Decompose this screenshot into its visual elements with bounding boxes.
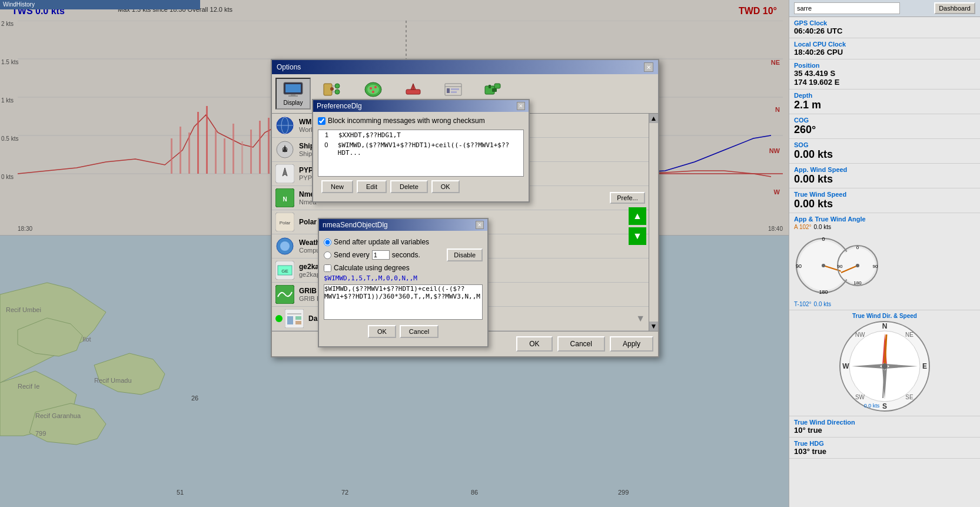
svg-rect-93 bbox=[451, 91, 457, 93]
nmea-title: nmeaSendObjectDlg bbox=[323, 221, 388, 229]
svg-point-44 bbox=[822, 264, 825, 267]
dashboard-enabled-dot bbox=[275, 315, 283, 322]
svg-point-84 bbox=[374, 86, 377, 88]
svg-rect-120 bbox=[295, 321, 301, 324]
true-hdg-section: True HDG 103° true bbox=[789, 438, 980, 459]
pyp-icon bbox=[275, 164, 294, 183]
true-angle-value: T-102° bbox=[794, 301, 812, 307]
reorder-arrows: ▲ ▼ bbox=[629, 207, 646, 245]
weather-icon bbox=[275, 237, 294, 256]
svg-text:0: 0 bbox=[822, 236, 825, 242]
pref-body: Block incomming messages with wrong chec… bbox=[313, 112, 529, 201]
plugins-icon bbox=[483, 81, 504, 98]
disable-button[interactable]: Disable bbox=[447, 248, 483, 261]
svg-text:SE: SE bbox=[905, 394, 913, 400]
charts-icon bbox=[363, 81, 384, 98]
scrollbar[interactable]: ▲ ▼ bbox=[649, 114, 658, 331]
sog-value: 0.00 kts bbox=[794, 148, 975, 161]
options-title: Options bbox=[277, 63, 301, 71]
message-list[interactable]: 1 $XXHDT,$??HDG1,T 0 $WIMWD,($??MWV1+$??… bbox=[318, 130, 524, 177]
pref-ok-button[interactable]: OK bbox=[431, 180, 460, 193]
nmea-close-button[interactable]: ✕ bbox=[476, 221, 484, 229]
block-messages-row: Block incomming messages with wrong chec… bbox=[318, 117, 524, 125]
right-panel: Dashboard GPS Clock 06:40:26 UTC Local C… bbox=[789, 0, 980, 507]
preferences-button[interactable]: Prefe... bbox=[610, 192, 645, 204]
position-section: Position 35 43.419 S 174 19.602 E bbox=[789, 59, 980, 90]
svg-point-83 bbox=[370, 87, 372, 90]
dashboard-button[interactable]: Dashboard bbox=[934, 2, 975, 14]
svg-rect-119 bbox=[295, 316, 301, 320]
app-title: WindHistory bbox=[3, 1, 35, 8]
scroll-down-button[interactable]: ▼ bbox=[649, 322, 658, 331]
svg-rect-118 bbox=[287, 316, 293, 324]
nmea-ok-button[interactable]: OK bbox=[368, 325, 396, 338]
gps-clock-label: GPS Clock bbox=[794, 19, 975, 26]
pref-edit-button[interactable]: Edit bbox=[357, 180, 387, 193]
formula-textarea[interactable]: $WIMWD,($??MWV1+$??HDT1)+ceil((-($??MWV1… bbox=[324, 284, 483, 320]
svg-text:GE: GE bbox=[281, 269, 288, 274]
svg-text:NW: NW bbox=[855, 332, 865, 338]
nmea-icon: N bbox=[275, 188, 294, 207]
pref-title: PreferenceDlg bbox=[317, 102, 362, 110]
calc-row: Calculate using degrees bbox=[324, 264, 483, 272]
cpu-clock-section: Local CPU Clock 18:40:26 CPU bbox=[789, 38, 980, 59]
svg-text:90: 90 bbox=[838, 264, 843, 269]
svg-point-77 bbox=[335, 90, 340, 94]
compass-rose: N S E W NE SE NW SW 0.0 kts bbox=[838, 319, 932, 413]
send-all-radio[interactable] bbox=[324, 238, 331, 246]
svg-rect-91 bbox=[447, 88, 450, 93]
true-angle-kts: 0.0 kts bbox=[814, 301, 831, 307]
dashboard-expand-button[interactable]: ▼ bbox=[636, 313, 645, 324]
svg-text:0: 0 bbox=[856, 245, 859, 250]
svg-point-85 bbox=[372, 91, 374, 93]
svg-point-78 bbox=[330, 87, 334, 91]
pyp-info: PYP PYP bbox=[299, 166, 313, 181]
svg-rect-97 bbox=[489, 85, 491, 88]
svg-text:90: 90 bbox=[796, 263, 802, 269]
send-every-row: Send every seconds. Disable bbox=[324, 248, 483, 261]
connections-icon bbox=[323, 81, 344, 98]
pref-new-button[interactable]: New bbox=[321, 180, 353, 193]
nmea-titlebar: nmeaSendObjectDlg ✕ bbox=[319, 219, 487, 231]
msg-row-1[interactable]: 1 $XXHDT,$??HDG1,T bbox=[318, 130, 523, 140]
nmea-cancel-button[interactable]: Cancel bbox=[400, 325, 438, 338]
send-every-radio[interactable] bbox=[324, 251, 331, 259]
svg-point-52 bbox=[856, 264, 859, 267]
pref-dialog: PreferenceDlg ✕ Block incomming messages… bbox=[312, 99, 530, 203]
calc-degrees-checkbox[interactable] bbox=[324, 264, 331, 272]
search-input[interactable] bbox=[794, 2, 900, 14]
options-cancel-button[interactable]: Cancel bbox=[557, 336, 605, 352]
svg-text:S: S bbox=[882, 402, 887, 410]
svg-text:90: 90 bbox=[873, 264, 878, 269]
seconds-label: seconds. bbox=[392, 251, 420, 259]
svg-text:E: E bbox=[922, 362, 927, 370]
wind-gauge-svg: 0 90 180 90 0 90 180 90 bbox=[794, 230, 881, 301]
depth-label: Depth bbox=[794, 92, 975, 99]
move-down-button[interactable]: ▼ bbox=[629, 227, 646, 245]
cpu-clock-label: Local CPU Clock bbox=[794, 41, 975, 48]
options-ok-button[interactable]: OK bbox=[516, 336, 552, 352]
display-icon bbox=[283, 81, 304, 98]
cog-section: COG 260° bbox=[789, 114, 980, 139]
send-every-label: Send every bbox=[334, 251, 370, 259]
tab-display[interactable]: Display bbox=[275, 78, 311, 110]
block-messages-checkbox[interactable] bbox=[318, 117, 325, 125]
pyp-name: PYP bbox=[299, 166, 313, 174]
options-close-button[interactable]: ✕ bbox=[644, 62, 653, 72]
cog-label: COG bbox=[794, 117, 975, 124]
move-up-button[interactable]: ▲ bbox=[629, 207, 646, 225]
scroll-up-button[interactable]: ▲ bbox=[649, 114, 658, 123]
msg-row-0[interactable]: 0 $WIMWD,($??MWV1+$??HDT1)+ceil((-($??MW… bbox=[318, 140, 523, 158]
send-every-input[interactable] bbox=[372, 250, 390, 260]
true-hdg-label: True HDG bbox=[794, 440, 975, 447]
scroll-track[interactable] bbox=[649, 123, 658, 322]
msg-text-1: $XXHDT,$??HDG1,T bbox=[338, 131, 401, 139]
msg-num-1: 1 bbox=[321, 131, 333, 139]
pref-close-button[interactable]: ✕ bbox=[517, 102, 525, 110]
pref-footer: New Edit Delete OK bbox=[318, 177, 524, 197]
options-apply-button[interactable]: Apply bbox=[610, 336, 653, 352]
send-all-row: Send after update all variables bbox=[324, 238, 483, 246]
pref-delete-button[interactable]: Delete bbox=[390, 180, 428, 193]
app-wind-section: App. Wind Speed 0.00 kts bbox=[789, 164, 980, 188]
options-titlebar: Options ✕ bbox=[272, 60, 658, 74]
